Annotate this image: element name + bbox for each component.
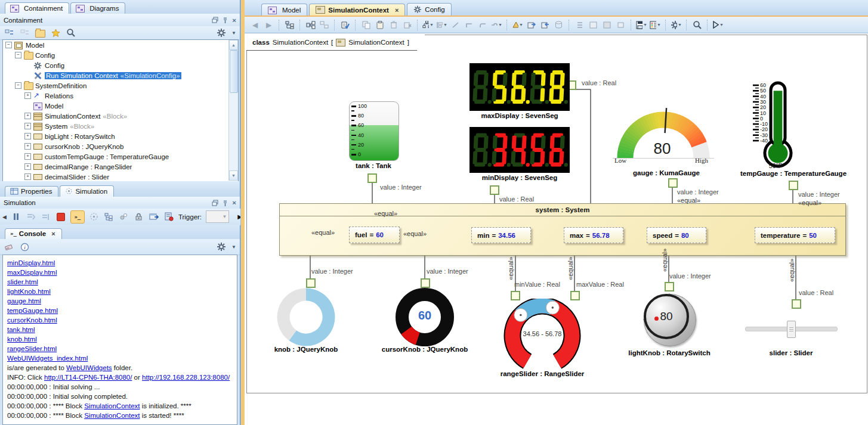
tree-expander-icon[interactable]: + [24,123,31,129]
console-link[interactable]: rangeSlider.html [7,345,57,352]
gear-icon[interactable] [216,241,227,252]
clear-console-icon[interactable] [4,241,14,252]
rotary-knob-face[interactable]: 80 [644,294,689,339]
lock-button[interactable] [134,211,144,223]
run-icon[interactable]: ▼ [712,19,724,30]
console-link[interactable]: WebUIWidgets_index.html [7,355,88,362]
tree-item-relations[interactable]: +↗Relations [3,91,238,101]
grid-snap-icon[interactable] [574,19,585,30]
nest-in-icon[interactable] [526,19,537,30]
tree-item-config[interactable]: Config [3,60,238,70]
console-link[interactable]: maxDisplay.html [7,269,57,276]
delete-view-icon[interactable] [401,19,413,30]
console-link[interactable]: knob.html [7,336,37,343]
tree-item-decimalslider-slider[interactable]: +decimalSlider : Slider [3,172,238,182]
paste-icon[interactable] [374,19,385,30]
legend-icon[interactable]: ▼ [650,19,661,30]
copy-icon[interactable] [360,19,372,30]
tree-expander-icon[interactable]: + [24,92,31,99]
line-style-rect-icon[interactable] [464,19,475,30]
tree-expander-icon[interactable]: − [15,82,21,89]
line-style-rounded-icon[interactable] [477,19,489,30]
animation-button[interactable] [89,211,100,223]
layout-tree-icon[interactable]: ▼ [422,19,434,30]
value-box-temperature[interactable]: temperature = 50 [755,227,835,243]
float-window-icon[interactable] [212,200,218,206]
knob-widget[interactable] [276,287,336,347]
tab-simulationcontext-diagram[interactable]: SimulationContext × [309,4,405,15]
maxdisplay-sevenseg[interactable] [469,63,570,111]
stop-button[interactable] [55,211,66,223]
breakpoints-button[interactable] [119,211,129,223]
console-link[interactable]: http://192.168.228.123:8080/ [142,374,230,381]
port-lightknob-value[interactable] [665,282,674,291]
tree-item-run-simulation-context[interactable]: Run Simulation Context«SimulationConfig» [3,70,238,80]
line-style-oblique-icon[interactable] [450,19,461,30]
save-diagram-icon[interactable]: ▼ [636,19,647,30]
scroll-up-icon[interactable]: ▲ [229,40,238,50]
trigger-select[interactable]: ▼ [206,210,229,223]
export-window-button[interactable] [149,211,159,223]
console-link[interactable]: http://LT14-CPN6-THA:8080/ [44,374,132,381]
port-tank-value[interactable] [367,173,377,183]
tab-properties[interactable]: Properties [5,186,58,197]
pin-icon[interactable] [223,17,228,23]
port-mindisplay-value[interactable] [490,185,499,195]
tab-model-diagram[interactable]: Model [261,4,307,15]
align-icon[interactable]: ▼ [436,19,447,30]
scroll-down-icon[interactable]: ▼ [229,170,238,181]
line-jump-icon[interactable]: ▼ [491,19,502,30]
zoom-icon[interactable] [691,19,703,30]
tree-item-model[interactable]: Model [3,101,238,111]
value-box-max[interactable]: max = 56.78 [564,227,623,243]
tab-config-diagram[interactable]: Config [407,3,451,15]
scroll-thumb[interactable] [230,50,238,93]
info-icon[interactable]: i [19,241,30,252]
tree-scrollbar[interactable]: ▲ ▼ [228,40,238,181]
tree-expander-icon[interactable]: + [24,153,31,160]
tree-expander-icon[interactable]: + [24,143,31,150]
tab-containment[interactable]: Containment [5,2,69,14]
port-slider-value[interactable] [792,299,801,309]
open-in-new-tree-icon[interactable] [35,27,45,38]
close-panel-icon[interactable]: × [232,17,236,24]
tree-item-cursorknob-jqueryknob[interactable]: +cursorKnob : JQueryKnob [3,141,238,151]
port-gauge-value[interactable] [668,178,678,188]
collapse-selected-icon[interactable] [19,27,30,38]
image-shape3-icon[interactable] [615,19,626,30]
gear-icon[interactable]: ▼ [671,19,682,30]
tree-item-systemdefinition[interactable]: −SystemDefinition [3,80,238,91]
console-link[interactable]: SimulationContext [84,412,140,419]
close-tab-icon[interactable]: × [395,7,399,14]
console-link[interactable]: WebUIWidgets [66,364,112,371]
mindisplay-sevenseg[interactable] [469,127,570,173]
pin-icon[interactable] [223,200,228,206]
tree-item-simulationcontext[interactable]: +SimulationContext«Block» [3,111,238,121]
console-link[interactable]: slider.html [7,278,38,286]
console-link[interactable]: SimulationContext [84,402,140,410]
gear-dropdown-icon[interactable]: ▼ [231,30,236,36]
related-elements-icon[interactable] [305,19,316,30]
port-cursorknob-value[interactable] [421,278,430,288]
tree-item-decimalrange-rangeslider[interactable]: +decimalRange : RangeSlider [3,162,238,172]
tree-expander-icon[interactable]: + [24,133,31,139]
refresh-icon[interactable] [319,19,330,30]
search-icon[interactable] [66,27,76,38]
tree-expander-icon[interactable]: − [5,42,12,48]
diagram-canvas[interactable]: class SimulationContext [ SimulationCont… [245,33,868,425]
slider-handle[interactable] [787,321,796,338]
console-button[interactable]: »_ [70,210,85,224]
show-hide-icon[interactable]: ▼ [512,19,523,30]
step-into-button[interactable] [26,211,36,223]
tab-simulation[interactable]: Simulation [60,185,114,197]
tree-expander-icon[interactable]: + [24,113,31,119]
tab-console[interactable]: »_ Console × [5,228,62,239]
console-link[interactable]: cursorKnob.html [7,317,57,324]
close-console-tab-icon[interactable]: × [51,230,55,237]
gear-icon[interactable] [216,27,227,38]
tree-expander-icon[interactable]: + [24,173,31,180]
forward-icon[interactable]: ▶ [263,19,274,30]
console-link[interactable]: tempGauge.html [7,307,58,314]
value-box-fuel[interactable]: fuel = 60 [349,227,400,243]
port-knob-value[interactable] [306,278,316,288]
